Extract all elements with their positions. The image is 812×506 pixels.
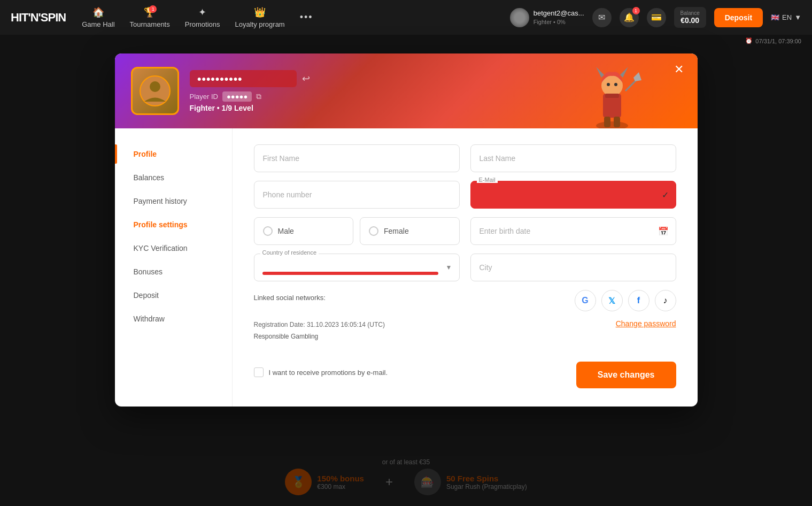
gender-female-option[interactable]: Female xyxy=(360,217,460,245)
birth-date-input[interactable] xyxy=(470,217,676,245)
sidebar-item-withdraw[interactable]: Withdraw xyxy=(126,309,221,328)
user-level: Fighter • 0% xyxy=(533,18,584,26)
sidebar-item-payment-history[interactable]: Payment history xyxy=(126,191,221,211)
player-id-label: Player ID xyxy=(190,93,218,101)
top-navigation: HIT'N'SPIN 🏠 Game Hall 🏆 1 Tournaments ✦… xyxy=(0,0,812,35)
datetime-value: 07/31/1, 07:39:00 xyxy=(755,38,801,44)
form-footer: I want to receive promotions by e-mail. … xyxy=(254,362,676,388)
svg-rect-10 xyxy=(614,117,620,127)
sidebar-item-bonuses[interactable]: Bonuses xyxy=(126,262,221,281)
tournaments-icon: 🏆 1 xyxy=(144,6,156,18)
change-password-link[interactable]: Change password xyxy=(616,319,676,328)
svg-rect-9 xyxy=(604,117,610,127)
last-name-input[interactable] xyxy=(470,144,676,172)
social-networks-section: Linked social networks: G 𝕏 f ♪ xyxy=(254,290,676,311)
svg-point-1 xyxy=(150,81,160,92)
language-selector[interactable]: 🇬🇧 EN ▼ xyxy=(771,13,801,21)
city-input[interactable] xyxy=(470,254,676,281)
nav-loyalty[interactable]: 👑 Loyalty program xyxy=(235,6,284,28)
google-link-button[interactable]: G xyxy=(575,290,596,311)
notification-count: 1 xyxy=(632,7,640,14)
gender-options: Male Female xyxy=(254,217,460,245)
wallet-button[interactable]: 💳 xyxy=(647,8,666,27)
twitter-link-button[interactable]: 𝕏 xyxy=(601,290,623,311)
svg-point-6 xyxy=(614,83,617,86)
username-edit-icon[interactable]: ↩ xyxy=(302,73,310,85)
modal-header: ↩ Player ID ●●●●● ⧉ Fighter • 1/9 Level xyxy=(115,53,698,128)
tiktok-link-button[interactable]: ♪ xyxy=(655,290,676,311)
birth-date-field: 📅 xyxy=(470,217,676,245)
user-info[interactable]: betgent2@cas... Fighter • 0% xyxy=(510,8,584,27)
site-logo[interactable]: HIT'N'SPIN xyxy=(11,12,66,24)
character-illustration xyxy=(569,53,655,128)
nav-promotions-label: Promotions xyxy=(185,20,220,28)
country-select[interactable] xyxy=(254,254,460,281)
user-avatar-circle xyxy=(510,8,529,27)
user-email: betgent2@cas... xyxy=(533,9,584,18)
promo-checkbox[interactable] xyxy=(254,367,264,377)
name-row xyxy=(254,144,676,172)
email-field: E-Mail ✓ xyxy=(470,181,676,209)
profile-form: E-Mail ✓ Male Female xyxy=(233,128,698,407)
profile-avatar xyxy=(131,67,179,115)
deposit-button[interactable]: Deposit xyxy=(714,8,763,27)
gender-field: Male Female xyxy=(254,217,460,245)
sidebar-item-profile-settings[interactable]: Profile settings xyxy=(126,215,221,234)
promo-checkbox-label: I want to receive promotions by e-mail. xyxy=(269,369,388,377)
nav-right-section: betgent2@cas... Fighter • 0% ✉ 🔔 1 💳 Bal… xyxy=(510,7,801,28)
lang-label: EN xyxy=(782,13,792,21)
avatar-icon xyxy=(139,75,171,107)
email-input[interactable] xyxy=(470,181,676,209)
registration-info: Registration Date: 31.10.2023 16:05:14 (… xyxy=(254,319,385,342)
city-field xyxy=(470,254,676,281)
messages-button[interactable]: ✉ xyxy=(592,8,612,27)
social-icons-group: G 𝕏 f ♪ xyxy=(575,290,676,311)
modal-close-button[interactable]: ✕ xyxy=(671,62,687,78)
nav-more-button[interactable]: ••• xyxy=(300,12,313,23)
calendar-icon: 📅 xyxy=(658,226,669,236)
sidebar-deposit-label: Deposit xyxy=(134,291,159,300)
first-name-field xyxy=(254,144,460,172)
balance-amount: €0.00 xyxy=(680,16,700,25)
country-field: Country of residence ▼ xyxy=(254,254,460,281)
sidebar-kyc-label: KYC Verification xyxy=(134,244,188,252)
user-details: betgent2@cas... Fighter • 0% xyxy=(533,9,584,27)
facebook-link-button[interactable]: f xyxy=(628,290,649,311)
save-changes-button[interactable]: Save changes xyxy=(576,362,676,388)
username-input[interactable] xyxy=(190,70,297,87)
game-hall-icon: 🏠 xyxy=(92,6,104,18)
logo-text-1: HIT'N' xyxy=(11,11,41,24)
email-label: E-Mail xyxy=(477,177,498,183)
registration-date: Registration Date: 31.10.2023 16:05:14 (… xyxy=(254,319,385,331)
location-row: Country of residence ▼ xyxy=(254,254,676,281)
balance-box: Balance €0.00 xyxy=(674,7,706,28)
nav-promotions[interactable]: ✦ Promotions xyxy=(185,6,220,28)
loyalty-icon: 👑 xyxy=(254,6,266,18)
svg-rect-8 xyxy=(605,94,619,98)
nav-tournaments-label: Tournaments xyxy=(130,20,170,28)
gender-male-option[interactable]: Male xyxy=(254,217,354,245)
sidebar-item-deposit[interactable]: Deposit xyxy=(126,286,221,305)
nav-game-hall[interactable]: 🏠 Game Hall xyxy=(82,6,114,28)
country-value-indicator xyxy=(262,272,438,275)
modal-sidebar: Profile Balances Payment history Profile… xyxy=(115,128,233,407)
svg-line-7 xyxy=(625,80,636,91)
phone-input[interactable] xyxy=(254,181,460,209)
sidebar-item-profile[interactable]: Profile xyxy=(126,144,221,164)
sidebar-profile-settings-label: Profile settings xyxy=(134,220,188,229)
notifications-button[interactable]: 🔔 1 xyxy=(620,8,639,27)
male-radio[interactable] xyxy=(263,226,273,236)
profile-modal: ↩ Player ID ●●●●● ⧉ Fighter • 1/9 Level xyxy=(115,53,698,407)
gender-birth-row: Male Female 📅 xyxy=(254,217,676,245)
nav-tournaments[interactable]: 🏆 1 Tournaments xyxy=(130,6,170,28)
sidebar-payment-label: Payment history xyxy=(134,197,187,205)
responsible-gambling-link[interactable]: Responsible Gambling xyxy=(254,331,385,343)
copy-id-icon[interactable]: ⧉ xyxy=(256,92,261,101)
sidebar-item-balances[interactable]: Balances xyxy=(126,168,221,187)
player-id-value: ●●●●● xyxy=(222,91,252,102)
tournaments-badge: 1 xyxy=(149,5,157,13)
logo-text-2: SPIN xyxy=(41,11,66,24)
first-name-input[interactable] xyxy=(254,144,460,172)
sidebar-item-kyc[interactable]: KYC Verification xyxy=(126,239,221,258)
female-radio[interactable] xyxy=(369,226,378,236)
